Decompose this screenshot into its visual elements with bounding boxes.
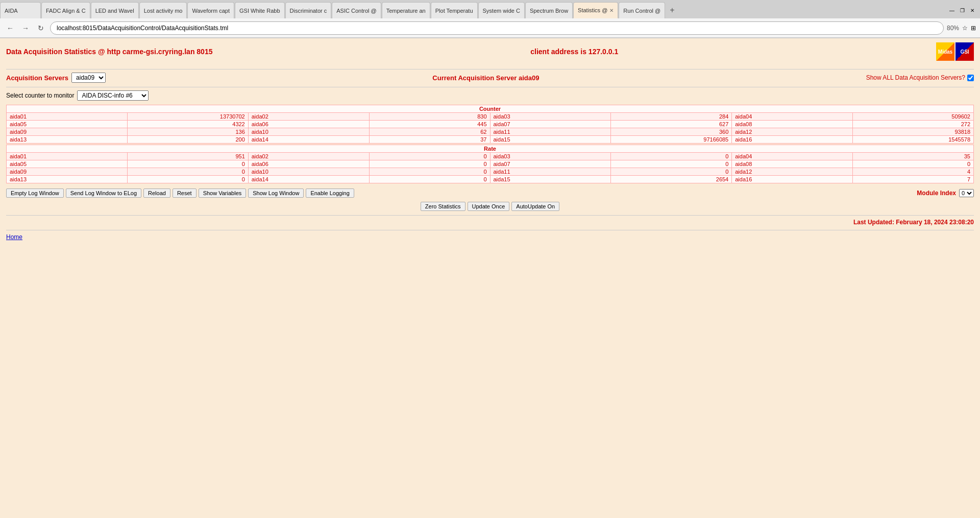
tab-waveform[interactable]: Waveform capt bbox=[187, 2, 234, 18]
counter-value: 445 bbox=[369, 121, 490, 128]
gsi-logo: GSI bbox=[955, 42, 974, 61]
show-log-window-button[interactable]: Show Log Window bbox=[248, 189, 304, 198]
tab-lost[interactable]: Lost activity mo bbox=[139, 2, 187, 18]
tab-aida[interactable]: AIDA bbox=[0, 2, 41, 18]
rate-label: aida12 bbox=[732, 168, 853, 176]
counter-label: aida02 bbox=[248, 113, 369, 121]
rate-value: 951 bbox=[127, 153, 248, 160]
rate-label: aida08 bbox=[732, 160, 853, 168]
reload-button[interactable]: Reload bbox=[143, 189, 170, 198]
rate-label: aida15 bbox=[490, 176, 611, 183]
reset-button[interactable]: Reset bbox=[173, 189, 197, 198]
counter-value: 830 bbox=[369, 113, 490, 121]
counter-value: 93818 bbox=[853, 128, 974, 136]
counter-value: 284 bbox=[611, 113, 732, 121]
module-index-label: Module Index bbox=[917, 190, 956, 197]
rate-data-row: aida13 0 aida14 0 aida15 2654 aida16 7 bbox=[7, 176, 974, 183]
page-content: Data Acquisition Statistics @ http carme… bbox=[0, 38, 980, 245]
empty-log-button[interactable]: Empty Log Window bbox=[6, 189, 64, 198]
last-updated: Last Updated: February 18, 2024 23:08:20 bbox=[6, 219, 974, 226]
bottom-divider bbox=[6, 215, 974, 216]
tab-spectrum[interactable]: Spectrum Brow bbox=[525, 2, 573, 18]
midas-logo: Midas bbox=[936, 42, 954, 61]
counter-label: aida16 bbox=[732, 136, 853, 144]
counter-label: aida07 bbox=[490, 121, 611, 128]
counter-data-row: aida01 13730702 aida02 830 aida03 284 ai… bbox=[7, 113, 974, 121]
tab-statistics[interactable]: Statistics @ ✕ bbox=[573, 2, 618, 18]
rate-label: aida14 bbox=[248, 176, 369, 183]
back-button[interactable]: ← bbox=[4, 22, 16, 34]
center-buttons: Zero Statistics Update Once AutoUpdate O… bbox=[6, 202, 974, 211]
window-controls: — ❐ ✕ bbox=[944, 2, 980, 18]
extensions-icon[interactable]: ⊞ bbox=[971, 25, 976, 32]
browser-chrome: AIDA FADC Align & C LED and Wavel Lost a… bbox=[0, 0, 980, 38]
tab-system[interactable]: System wide C bbox=[478, 2, 525, 18]
rate-value: 35 bbox=[853, 153, 974, 160]
enable-logging-button[interactable]: Enable Logging bbox=[306, 189, 354, 198]
server-select[interactable]: aida09 bbox=[71, 73, 106, 83]
counter-label: aida05 bbox=[7, 121, 128, 128]
counter-label: aida12 bbox=[732, 128, 853, 136]
rate-value: 0 bbox=[369, 153, 490, 160]
close-button[interactable]: ✕ bbox=[969, 7, 976, 14]
tab-run-control[interactable]: Run Control @ bbox=[619, 2, 665, 18]
tab-plot-temp[interactable]: Plot Temperatu bbox=[431, 2, 478, 18]
counter-value: 627 bbox=[611, 121, 732, 128]
zero-statistics-button[interactable]: Zero Statistics bbox=[421, 202, 465, 211]
counter-label: aida03 bbox=[490, 113, 611, 121]
rate-label: aida09 bbox=[7, 168, 128, 176]
current-server-label: Current Acquisition Server aida09 bbox=[432, 74, 539, 82]
auto-update-button[interactable]: AutoUpdate On bbox=[511, 202, 559, 211]
minimize-button[interactable]: — bbox=[948, 7, 955, 14]
rate-value: 0 bbox=[127, 160, 248, 168]
address-bar[interactable]: localhost:8015/DataAcquisitionControl/Da… bbox=[50, 21, 944, 35]
counter-select-row: Select counter to monitor AIDA DISC-info… bbox=[6, 90, 974, 101]
send-log-button[interactable]: Send Log Window to ELog bbox=[66, 189, 141, 198]
nav-right-icons: ☆ ⊞ bbox=[962, 25, 976, 32]
tab-temperature[interactable]: Temperature an bbox=[382, 2, 430, 18]
acquisition-row: Acquisition Servers aida09 Current Acqui… bbox=[6, 73, 974, 83]
show-variables-button[interactable]: Show Variables bbox=[199, 189, 247, 198]
show-all-checkbox[interactable] bbox=[967, 75, 974, 81]
rate-data-row: aida05 0 aida06 0 aida07 0 aida08 0 bbox=[7, 160, 974, 168]
footer-divider bbox=[6, 230, 974, 230]
counter-value: 4322 bbox=[127, 121, 248, 128]
counter-label: aida10 bbox=[248, 128, 369, 136]
tab-asic[interactable]: ASIC Control @ bbox=[332, 2, 381, 18]
nav-bar: ← → ↻ localhost:8015/DataAcquisitionCont… bbox=[0, 18, 980, 38]
counter-value: 97166085 bbox=[611, 136, 732, 144]
module-index-select[interactable]: 0 bbox=[959, 189, 974, 197]
page-header: Data Acquisition Statistics @ http carme… bbox=[6, 42, 974, 61]
rate-label: aida13 bbox=[7, 176, 128, 183]
rate-value: 0 bbox=[853, 160, 974, 168]
acquisition-servers-label: Acquisition Servers bbox=[6, 74, 68, 82]
forward-button[interactable]: → bbox=[19, 22, 32, 34]
acquisition-servers-section: Acquisition Servers aida09 bbox=[6, 73, 106, 83]
tab-fadc[interactable]: FADC Align & C bbox=[41, 2, 90, 18]
counter-select-label: Select counter to monitor bbox=[6, 92, 74, 99]
reload-browser-button[interactable]: ↻ bbox=[35, 22, 47, 34]
show-all-section: Show ALL Data Acquisition Servers? bbox=[866, 74, 974, 81]
rate-section-header: Rate bbox=[7, 145, 974, 153]
counter-data-row: aida05 4322 aida06 445 aida07 627 aida08… bbox=[7, 121, 974, 128]
rate-value: 0 bbox=[127, 176, 248, 183]
update-once-button[interactable]: Update Once bbox=[468, 202, 510, 211]
counter-value: 37 bbox=[369, 136, 490, 144]
counter-value: 1545578 bbox=[853, 136, 974, 144]
rate-value: 0 bbox=[127, 168, 248, 176]
new-tab-button[interactable]: + bbox=[666, 2, 678, 18]
counter-label: aida01 bbox=[7, 113, 128, 121]
bookmark-icon[interactable]: ☆ bbox=[962, 25, 968, 32]
restore-button[interactable]: ❐ bbox=[959, 7, 966, 14]
counter-select[interactable]: AIDA DISC-info #6 bbox=[77, 90, 149, 101]
tab-led[interactable]: LED and Wavel bbox=[91, 2, 139, 18]
rate-value: 0 bbox=[369, 176, 490, 183]
rate-label: aida11 bbox=[490, 168, 611, 176]
tab-gsi[interactable]: GSI White Rabb bbox=[235, 2, 284, 18]
tab-discriminator[interactable]: Discriminator c bbox=[285, 2, 332, 18]
tab-close-icon[interactable]: ✕ bbox=[609, 8, 614, 13]
client-address: client address is 127.0.0.1 bbox=[530, 48, 618, 56]
home-link[interactable]: Home bbox=[6, 233, 22, 241]
rate-value: 0 bbox=[611, 153, 732, 160]
module-index-section: Module Index 0 bbox=[917, 189, 974, 197]
